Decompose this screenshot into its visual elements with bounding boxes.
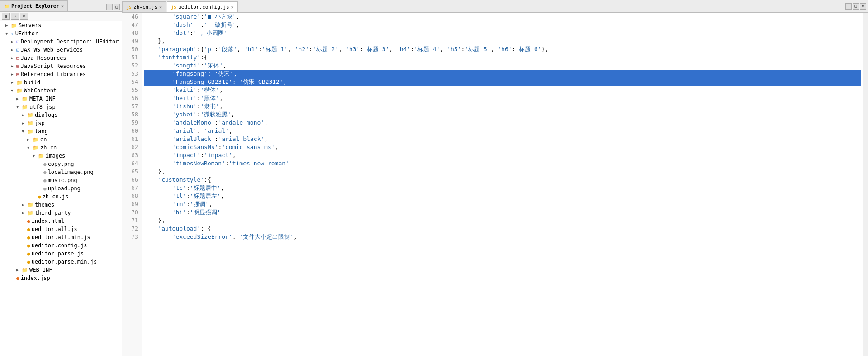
editor-scrollbar[interactable]: [863, 13, 868, 356]
tree-label-index-jsp: index.jsp: [21, 275, 50, 281]
line-number-46: 46: [126, 13, 138, 21]
editor-maximize-btn[interactable]: □: [853, 3, 859, 10]
line-number-62: 62: [126, 143, 138, 151]
tree-item-lang[interactable]: ▼ 📁 lang: [0, 127, 122, 135]
tree-icon-zh-cn-js: ●: [38, 194, 41, 200]
tree-arrow-en: ▶: [27, 137, 33, 142]
tree-item-images[interactable]: ▼ 📁 images: [0, 152, 122, 160]
code-line-49: },: [144, 37, 861, 45]
tree-item-zh-cn[interactable]: ▼ 📁 zh-cn: [0, 144, 122, 152]
line-number-69: 69: [126, 200, 138, 208]
tree-item-ueditor-parse-js[interactable]: ● ueditor.parse.js: [0, 250, 122, 258]
editor-minimize-btn[interactable]: _: [845, 3, 852, 10]
tree-link-btn[interactable]: ⇄: [11, 13, 19, 20]
editor-tab-ueditor-config-js[interactable]: jsueditor.config.js✕: [167, 1, 238, 12]
tree-icon-servers: 📁: [11, 23, 17, 29]
line-number-50: 50: [126, 45, 138, 53]
code-line-48: 'dot':' 。小圆圈': [144, 29, 861, 37]
tree-item-servers[interactable]: ▶ 📁 Servers: [0, 21, 122, 29]
tree-item-dialogs[interactable]: ▶ 📁 dialogs: [0, 111, 122, 119]
tree-label-webcontent: WebContent: [24, 87, 57, 94]
tree-icon-jax-ws: ⊡: [16, 47, 19, 53]
tree-arrow-ueditor: ▼: [5, 31, 11, 36]
explorer-close-icon[interactable]: ✕: [61, 4, 64, 9]
tree-icon-ueditor: ▷: [11, 31, 14, 37]
line-number-67: 67: [126, 184, 138, 192]
tree-arrow-jsp: ▶: [22, 121, 27, 125]
tree-item-index-html[interactable]: ● index.html: [0, 217, 122, 225]
tree-item-build[interactable]: ▶ 📁 build: [0, 78, 122, 87]
line-number-49: 49: [126, 37, 138, 45]
tree-label-ueditor: UEditor: [15, 30, 38, 37]
tree-item-ueditor-all-js[interactable]: ● ueditor.all.js: [0, 225, 122, 233]
tree-item-jsp[interactable]: ▶ 📁 jsp: [0, 119, 122, 127]
line-number-48: 48: [126, 29, 138, 37]
code-line-68: 'tl':'标题居左',: [144, 192, 861, 200]
explorer-minimize-btn[interactable]: _: [106, 4, 113, 10]
editor-tab-bar: jszh-cn.js✕jsueditor.config.js✕ _ □ ✕: [122, 0, 868, 13]
tree-arrow-zh-cn: ▼: [27, 145, 33, 150]
code-editor-area[interactable]: 4647484950515253545556575859606162636465…: [122, 13, 868, 356]
tree-label-web-inf: WEB-INF: [29, 267, 52, 273]
code-line-54: 'FangSong_GB2312': '仿宋_GB2312',: [144, 78, 861, 86]
tree-collapse-all-btn[interactable]: ⊟: [2, 13, 10, 20]
tree-item-en[interactable]: ▶ 📁 en: [0, 135, 122, 144]
tree-item-copy-png[interactable]: ● copy.png: [0, 160, 122, 168]
tree-label-deployment: Deployment Descriptor: UEditor: [21, 38, 119, 45]
tree-item-utf8-jsp[interactable]: ▼ 📁 utf8-jsp: [0, 103, 122, 111]
tree-label-meta-inf: META-INF: [29, 96, 56, 102]
line-number-65: 65: [126, 168, 138, 176]
tree-icon-javascript-resources: ⊞: [16, 63, 19, 69]
tab-close-icon[interactable]: ✕: [231, 5, 234, 10]
tree-item-deployment[interactable]: ▶ ⊡ Deployment Descriptor: UEditor: [0, 38, 122, 46]
tree-arrow-referenced-libraries: ▶: [11, 72, 16, 77]
tree-arrow-third-party: ▶: [22, 211, 27, 215]
tree-item-referenced-libraries[interactable]: ▶ ⊞ Referenced Libraries: [0, 70, 122, 78]
tree-icon-meta-inf: 📁: [22, 96, 28, 102]
tree-item-upload-png[interactable]: ● upload.png: [0, 184, 122, 192]
tree-arrow-servers: ▶: [5, 23, 11, 28]
line-number-56: 56: [126, 94, 138, 102]
tree-item-zh-cn-js[interactable]: ● zh-cn.js: [0, 192, 122, 201]
tree-item-webcontent[interactable]: ▼ 📁 WebContent: [0, 87, 122, 95]
tree-item-web-inf[interactable]: ▶ 📁 WEB-INF: [0, 266, 122, 274]
editor-tab-zh-cn-js[interactable]: jszh-cn.js✕: [122, 1, 166, 12]
tree-item-third-party[interactable]: ▶ 📁 third-party: [0, 209, 122, 217]
tree-label-java-resources: Java Resources: [21, 55, 66, 61]
tree-item-ueditor-all-min-js[interactable]: ● ueditor.all.min.js: [0, 233, 122, 241]
line-number-70: 70: [126, 208, 138, 216]
tree-item-jax-ws[interactable]: ▶ ⊡ JAX-WS Web Services: [0, 46, 122, 54]
tree-arrow-javascript-resources: ▶: [11, 64, 16, 68]
tree-item-ueditor[interactable]: ▼ ▷ UEditor: [0, 29, 122, 38]
tab-label: ueditor.config.js: [178, 4, 229, 10]
tree-item-ueditor-config-js[interactable]: ● ueditor.config.js: [0, 241, 122, 250]
tree-item-music-png[interactable]: ● music.png: [0, 176, 122, 184]
tree-label-ueditor-all-min-js: ueditor.all.min.js: [32, 234, 90, 241]
project-explorer-icon: 📁: [4, 4, 9, 9]
editor-close-btn[interactable]: ✕: [860, 3, 866, 10]
code-line-62: 'comicSansMs':'comic sans ms',: [144, 143, 861, 151]
code-line-56: 'heiti':'黑体',: [144, 94, 861, 102]
line-number-54: 54: [126, 78, 138, 86]
tree-item-localimage-png[interactable]: ● localimage.png: [0, 168, 122, 176]
code-content[interactable]: 'square':'■ 小方块', 'dash' :'— 破折号', 'dot'…: [142, 13, 863, 356]
tree-label-en: en: [40, 136, 47, 143]
code-line-64: 'timesNewRoman':'times new roman': [144, 159, 861, 168]
code-line-55: 'kaiti':'楷体',: [144, 86, 861, 94]
tree-label-jax-ws: JAX-WS Web Services: [21, 47, 83, 53]
code-line-67: 'tc':'标题居中',: [144, 184, 861, 192]
tree-item-java-resources[interactable]: ▶ ⊞ Java Resources: [0, 54, 122, 62]
tree-arrow-webcontent: ▼: [11, 88, 16, 93]
tree-item-themes[interactable]: ▶ 📁 themes: [0, 201, 122, 209]
tree-item-javascript-resources[interactable]: ▶ ⊞ JavaScript Resources: [0, 62, 122, 70]
explorer-maximize-btn[interactable]: □: [114, 4, 120, 10]
tree-item-ueditor-parse-min-js[interactable]: ● ueditor.parse.min.js: [0, 258, 122, 266]
tab-close-icon[interactable]: ✕: [159, 5, 162, 10]
tree-arrow-build: ▶: [11, 80, 16, 85]
tree-item-meta-inf[interactable]: ▶ 📁 META-INF: [0, 95, 122, 103]
tree-arrow-themes: ▶: [22, 202, 27, 207]
tree-settings-btn[interactable]: ▼: [20, 13, 28, 20]
tree-item-index-jsp[interactable]: ● index.jsp: [0, 274, 122, 282]
line-number-53: 53: [126, 70, 138, 78]
project-explorer-tab[interactable]: 📁 Project Explorer ✕: [0, 0, 68, 11]
